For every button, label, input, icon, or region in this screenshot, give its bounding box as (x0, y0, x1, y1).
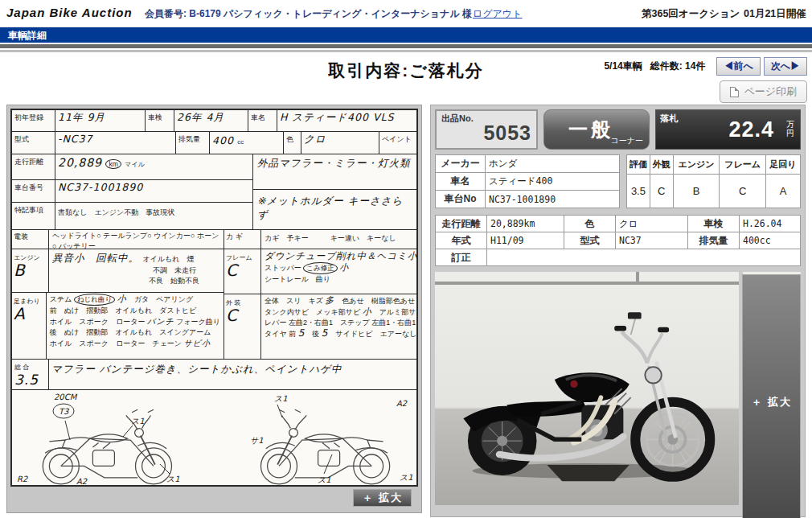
top-header: Japan Bike Auction 会員番号: B-6179 パシフィック・ト… (0, 0, 812, 27)
page-icon (730, 87, 739, 97)
model-value: NC37 (616, 232, 688, 249)
mileage-value: 20,889km (487, 216, 564, 232)
grade-value: 3.5 (627, 175, 650, 208)
position-counter: 5/14車輌 (604, 60, 642, 72)
sheet-mileage-value: 20,889 km マイル (55, 154, 252, 179)
grade-value: C (720, 175, 765, 208)
shaken-value: 26年 4月 (174, 110, 248, 131)
frame-cell: フレーム C (224, 249, 261, 294)
spec-table: 走行距離 20,889km 色 クロ 車検 H.26.04 年式 H11/09 … (435, 215, 801, 266)
electrical-label: 電装 (12, 230, 49, 249)
inspection-value: H.26.04 (740, 216, 801, 232)
separator-light (0, 50, 812, 52)
anno-left-2: ス1 (131, 417, 145, 426)
photo-area: ＋ 拡大 (435, 272, 801, 518)
mile-label: マイル (125, 161, 145, 168)
award-label: 落札 (660, 113, 678, 125)
main-photo[interactable] (435, 272, 739, 505)
next-button[interactable]: 次へ▶ (764, 57, 807, 76)
special-note: ※メットホルダー キーささらず (253, 190, 416, 229)
correction-value (487, 249, 801, 266)
page: Japan Bike Auction 会員番号: B-6179 パシフィック・ト… (0, 0, 812, 518)
km-circled: km (105, 159, 121, 169)
award-unit: 万円 (786, 120, 794, 138)
mileage-label: 走行距離 (436, 216, 487, 232)
anno-right-1: サ1 (250, 436, 264, 445)
lot-row: 出品No. 5053 一般 コーナー 落札 22.4 万円 (435, 109, 801, 150)
engine-cell: エンジン B (12, 249, 49, 292)
grade-header: 評価 (627, 155, 650, 175)
auction-round: 第365回オークション (642, 7, 740, 21)
sheet-zoom-button[interactable]: ＋ 拡大 (353, 489, 412, 507)
grade-header: エンジン (673, 155, 720, 175)
anno-right-0: ス1 (274, 394, 288, 403)
grade-header: 外観 (650, 155, 673, 175)
prev-button[interactable]: ◀前へ (716, 57, 760, 76)
grade-header: フレーム (720, 155, 765, 175)
member-name: パシフィック・トレーディング・インターナショナル 様 (224, 8, 472, 19)
modifications-note: 外品マフラー・ミラー・灯火類 (253, 154, 416, 190)
grade-header: 足回り (765, 155, 800, 175)
name-label: 車名 (436, 173, 486, 191)
sheet-chassis-label: 車台番号 (12, 180, 55, 202)
condition-grid: 電装 ヘッドライト○ テールランプ○ ウインカー○ ホーン○ バッテリー エンジ… (12, 230, 416, 360)
sheet-model-label: 型式 (12, 132, 55, 154)
detail-panel: 出品No. 5053 一般 コーナー 落札 22.4 万円 メーカー ホンダ 車… (430, 105, 806, 517)
key-items: カギ 予キー キー違い キーなし (261, 230, 418, 249)
anno-left-4: A2 (76, 477, 88, 486)
site-logo: Japan Bike Auction (6, 6, 133, 19)
print-label: ページ印刷 (744, 84, 797, 99)
maker-label: メーカー (436, 155, 486, 173)
sheet-name-label: 車名 (248, 110, 277, 131)
name-value: スティード400 (486, 173, 620, 191)
correction-label: 訂正 (436, 249, 487, 266)
engine-note: 異音小 回転中。 (52, 252, 139, 264)
vehicle-tables: メーカー ホンダ 車名 スティード400 車台No NC37-1001890 評… (435, 154, 801, 208)
grade-value: C (650, 175, 673, 208)
print-page-button[interactable]: ページ印刷 (720, 80, 807, 103)
logout-link[interactable]: ログアウト (473, 7, 522, 21)
corner-badge: 一般 コーナー (543, 109, 650, 150)
member-info: 会員番号: B-6179 パシフィック・トレーディング・インターナショナル 様 (145, 7, 472, 21)
anno-left-0: 20CM (54, 393, 78, 401)
sheet-color-value: クロ (301, 132, 379, 154)
sheet-row-details: 走行距離 20,889 km マイル 車台番号 NC37-1001890 特記事… (12, 154, 416, 230)
model-label: 型式 (564, 232, 616, 249)
member-number: B-6179 (189, 8, 220, 19)
displacement-label: 排気量 (688, 232, 740, 249)
shaken-label: 車検 (146, 110, 174, 131)
engine-grade: B (14, 262, 47, 278)
frame-note: ダウンチューブ削れ中＆ヘコミ小 (265, 250, 418, 262)
key-label: カ ギ (224, 230, 261, 249)
sheet-color-label: 色 (284, 132, 301, 154)
total-count: 総件数: 14件 (650, 60, 706, 72)
anno-left-3: R2 (17, 475, 28, 483)
overall-grade: 3.5 (14, 372, 46, 388)
sheet-disp-label: 排気量 (176, 132, 210, 154)
sheet-chassis-value: NC37-1001890 (55, 180, 252, 202)
award-price-box: 落札 22.4 万円 (655, 109, 801, 150)
notes-options: 書類なし エンジン不動 事故現状 (55, 203, 252, 229)
maker-value: ホンダ (486, 155, 620, 173)
anno-left-1: T3 (59, 407, 69, 416)
auction-sheet: 初年登録 11年 9月 車検 26年 4月 車名 H スティード400 VLS … (10, 109, 418, 487)
year-label: 年式 (436, 232, 487, 249)
section-bar: 車輌詳細 (0, 27, 812, 43)
color-label: 色 (564, 216, 616, 232)
paint-label: ペイント (379, 132, 416, 154)
sheet-mileage-label: 走行距離 (12, 154, 55, 179)
sheet-model-value: -NC37 (55, 132, 176, 154)
exterior-cell: 外 装 C (224, 294, 261, 359)
anno-right-4: ス1 (400, 473, 413, 482)
notes-label: 特記事項 (12, 203, 55, 229)
sheet-name-value: H スティード400 VLS (277, 110, 416, 131)
chassis-label: 車台No (436, 191, 486, 208)
nav-tools: 5/14車輌総件数: 14件◀前へ次へ▶ ページ印刷 (604, 57, 807, 103)
grade-value: B (673, 175, 720, 208)
overall-row: 総 合 3.5 マフラー バンテージ巻き、シートかぶれ、ペイントハゲ中 (12, 360, 416, 390)
photo-zoom-button[interactable]: ＋ 拡大 (742, 274, 801, 518)
color-value: クロ (616, 216, 688, 232)
inspection-label: 車検 (688, 216, 740, 232)
year-value: H11/09 (487, 232, 564, 249)
grade-value: A (765, 175, 800, 208)
